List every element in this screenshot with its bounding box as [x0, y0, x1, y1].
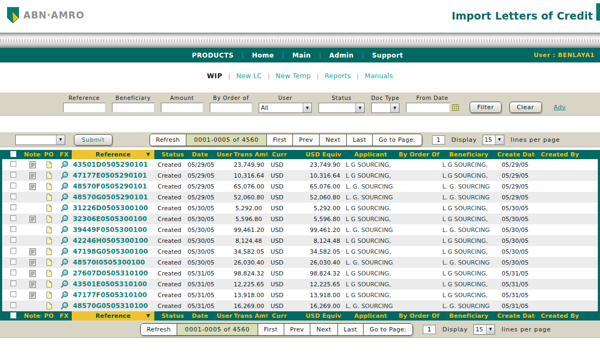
- page-size-select[interactable]: 15 ▼: [473, 324, 495, 335]
- reference-link[interactable]: 31226D0505300100: [73, 204, 148, 212]
- go-to-page-button[interactable]: Go to Page:: [364, 324, 412, 335]
- by-order-of-input[interactable]: [210, 103, 252, 112]
- notes-icon[interactable]: [29, 216, 36, 223]
- notes-icon[interactable]: [29, 172, 36, 179]
- notes-icon[interactable]: [29, 270, 36, 277]
- reference-link[interactable]: 42246H0505300100: [73, 237, 148, 244]
- po-document-icon[interactable]: [46, 248, 52, 255]
- po-document-icon[interactable]: [46, 193, 52, 201]
- po-document-icon[interactable]: [46, 183, 52, 190]
- row-checkbox[interactable]: [10, 237, 16, 243]
- row-checkbox[interactable]: [10, 291, 16, 297]
- first-button[interactable]: First: [258, 324, 284, 335]
- po-document-icon[interactable]: [46, 280, 52, 288]
- fx-magnifier-icon[interactable]: [60, 247, 68, 256]
- po-document-icon[interactable]: [46, 161, 52, 168]
- nav-item-admin[interactable]: Admin: [321, 52, 362, 59]
- reference-link[interactable]: 48570G0505290101: [73, 193, 148, 201]
- nav-item-main[interactable]: Main: [284, 52, 319, 59]
- column-header-reference[interactable]: Reference▼: [72, 311, 154, 321]
- dropdown-arrow-icon[interactable]: ▼: [495, 135, 504, 145]
- fx-magnifier-icon[interactable]: [60, 171, 68, 180]
- clear-button[interactable]: Clear: [509, 102, 542, 113]
- filter-button[interactable]: Filter: [470, 102, 502, 113]
- notes-icon[interactable]: [29, 259, 36, 266]
- next-button[interactable]: Next: [320, 134, 347, 146]
- select-all-checkbox[interactable]: [10, 151, 16, 157]
- row-checkbox[interactable]: [10, 204, 16, 210]
- amount-input[interactable]: [161, 103, 203, 112]
- subnav-item-new-temp[interactable]: New Temp: [276, 72, 310, 80]
- nav-item-products[interactable]: PRODUCTS: [184, 52, 242, 59]
- reference-link[interactable]: 48570F0505290101: [73, 183, 147, 190]
- notes-icon[interactable]: [29, 248, 36, 255]
- action-select[interactable]: ▼: [15, 135, 65, 145]
- next-button[interactable]: Next: [310, 324, 338, 335]
- user-select[interactable]: All▼: [259, 103, 312, 113]
- advanced-search-link[interactable]: Adv: [554, 104, 566, 111]
- subnav-item-new-lc[interactable]: New LC: [236, 72, 262, 80]
- row-checkbox[interactable]: [10, 161, 16, 167]
- reference-link[interactable]: 43501E0505310100: [73, 280, 147, 288]
- fx-magnifier-icon[interactable]: [60, 269, 68, 278]
- po-document-icon[interactable]: [46, 237, 52, 244]
- status-select[interactable]: ▼: [318, 103, 365, 113]
- subnav-item-wip[interactable]: WIP: [207, 72, 222, 80]
- subnav-item-reports[interactable]: Reports: [324, 72, 351, 80]
- reference-link[interactable]: 32306E0505300100: [73, 215, 147, 223]
- nav-item-support[interactable]: Support: [364, 52, 411, 59]
- row-checkbox[interactable]: [10, 259, 16, 265]
- row-checkbox[interactable]: [10, 269, 16, 275]
- row-checkbox[interactable]: [10, 172, 16, 178]
- dropdown-arrow-icon[interactable]: ▼: [390, 103, 399, 112]
- reference-link[interactable]: 48570I0505300100: [73, 259, 145, 266]
- fx-magnifier-icon[interactable]: [60, 258, 68, 267]
- from-date-input[interactable]: [406, 103, 450, 112]
- reference-link[interactable]: 43501D0505290101: [73, 161, 148, 168]
- po-document-icon[interactable]: [46, 215, 52, 223]
- fx-magnifier-icon[interactable]: [60, 225, 68, 234]
- first-button[interactable]: First: [267, 134, 293, 146]
- row-checkbox[interactable]: [10, 280, 16, 286]
- reference-link[interactable]: 39449F0505300100: [73, 226, 147, 234]
- reference-link[interactable]: 48570G0505310100: [73, 302, 148, 310]
- nav-item-home[interactable]: Home: [244, 52, 283, 59]
- notes-icon[interactable]: [29, 281, 36, 288]
- fx-magnifier-icon[interactable]: [60, 236, 68, 245]
- calendar-icon[interactable]: [452, 104, 459, 111]
- reference-link[interactable]: 27607D0505310100: [73, 269, 148, 277]
- row-checkbox[interactable]: [10, 226, 16, 232]
- dropdown-arrow-icon[interactable]: ▼: [56, 135, 65, 145]
- reference-link[interactable]: 47198G0505300100: [73, 248, 148, 255]
- beneficiary-input[interactable]: [112, 103, 154, 112]
- fx-magnifier-icon[interactable]: [60, 193, 68, 202]
- reference-input[interactable]: [63, 103, 105, 112]
- fx-magnifier-icon[interactable]: [60, 204, 68, 212]
- fx-magnifier-icon[interactable]: [60, 215, 68, 223]
- reference-link[interactable]: 47177F0505310100: [73, 291, 147, 299]
- row-checkbox[interactable]: [10, 183, 16, 189]
- po-document-icon[interactable]: [46, 302, 52, 310]
- fx-magnifier-icon[interactable]: [60, 280, 68, 288]
- po-document-icon[interactable]: [46, 204, 52, 212]
- subnav-item-manuals[interactable]: Manuals: [365, 72, 393, 80]
- dropdown-arrow-icon[interactable]: ▼: [355, 103, 364, 112]
- po-document-icon[interactable]: [46, 172, 52, 179]
- row-checkbox[interactable]: [10, 302, 16, 308]
- prev-button[interactable]: Prev: [284, 324, 311, 335]
- fx-magnifier-icon[interactable]: [60, 302, 68, 310]
- notes-icon[interactable]: [29, 161, 36, 168]
- notes-icon[interactable]: [29, 292, 36, 299]
- po-document-icon[interactable]: [46, 259, 52, 266]
- go-to-page-input[interactable]: [432, 135, 445, 145]
- fx-magnifier-icon[interactable]: [60, 182, 68, 191]
- row-checkbox[interactable]: [10, 193, 16, 199]
- row-checkbox[interactable]: [10, 248, 16, 254]
- go-to-page-button[interactable]: Go to Page:: [373, 134, 422, 146]
- fx-magnifier-icon[interactable]: [60, 160, 68, 169]
- fx-magnifier-icon[interactable]: [60, 291, 68, 299]
- po-document-icon[interactable]: [46, 269, 52, 277]
- reference-link[interactable]: 47177E0505290101: [73, 172, 147, 179]
- dropdown-arrow-icon[interactable]: ▼: [303, 103, 311, 112]
- row-checkbox[interactable]: [10, 215, 16, 221]
